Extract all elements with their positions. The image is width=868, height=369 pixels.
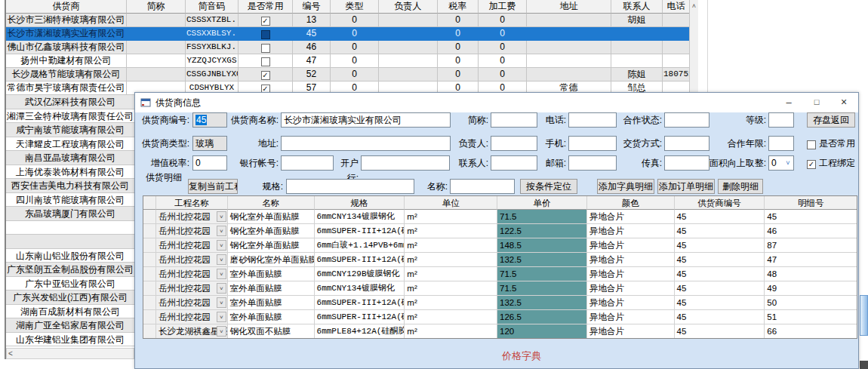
product-name-cell[interactable]: 室外单面贴膜 [228,281,315,296]
grade-field[interactable] [768,112,794,128]
unit-price-cell[interactable]: 132.5 [497,296,587,310]
is-common-checkbox[interactable] [261,17,270,26]
supplier-type-field[interactable]: 玻璃 [192,136,227,151]
is-common-checkbox[interactable] [261,57,270,66]
scroll-up-icon[interactable]: ˄ [690,2,698,11]
column-header-processing-fee[interactable]: 加工费 [479,0,527,14]
address-field[interactable] [281,136,451,151]
column-header-pinyin-code[interactable]: 简音码 [186,0,239,14]
add-dictionary-detail-button[interactable]: 添加字典明细 [597,179,654,194]
column-header-unit-price[interactable]: 单价 [497,196,587,210]
supplier-list-item[interactable]: 南昌亚晶玻璃有限公司 [6,151,134,165]
unit-price-cell[interactable]: 122.5 [497,224,587,238]
address-cell[interactable] [527,27,611,41]
supplier-name-cell[interactable]: 长沙晟格节能玻璃有限公司 [6,68,127,81]
detail-grid-row[interactable]: 岳州北控花园 室外单面贴膜 6mmCNY134镀膜钢化 m² 71.5 异地合片… [143,281,857,296]
select-dropdown-icon[interactable]: ˅ [783,157,793,169]
detail-id-cell[interactable]: 50 [765,296,857,310]
detail-id-cell[interactable]: 47 [765,253,857,267]
phone-cell[interactable]: 180751 [663,68,689,81]
spec-filter-field[interactable] [286,179,414,194]
project-combo-cell[interactable]: 岳州北控花园 [156,238,228,253]
minimize-button[interactable]: – [777,93,800,112]
supplier-list-item[interactable]: 东晶玻璃厦门有限公司 [6,207,134,221]
spec-cell[interactable]: 6mmCNY129B镀膜钢化 [315,267,405,281]
detail-id-cell[interactable]: 48 [765,267,857,281]
table-vertical-scrollbar[interactable]: ˄ [689,0,698,95]
id-cell[interactable]: 13 [293,14,331,27]
contact-field[interactable] [491,155,537,171]
unit-price-cell[interactable]: 71.5 [497,210,587,224]
detail-grid-row[interactable]: 岳州北控花园 室外单面贴膜 6mmCNY129B镀膜钢化 m² 71.5 异地合… [143,267,857,281]
supplier-list-item[interactable]: 西安佳吉美电力科技有限公司 [6,179,134,193]
round-up-select[interactable]: 0˅ [768,155,794,171]
unit-price-cell[interactable]: 126.5 [497,310,587,324]
delete-detail-button[interactable]: 删除明细 [718,179,763,194]
spec-cell[interactable]: 6mmCNY134镀膜钢化 [315,210,405,224]
project-combo-cell[interactable]: 岳州北控花园 [156,310,228,324]
spec-cell[interactable]: 6mmSUPER-III+12A(硅... [315,310,405,324]
short-name-cell[interactable] [127,27,186,41]
address-cell[interactable] [527,54,611,68]
supplier-table-row[interactable]: 扬州中勤建材有限公司 YZZQJCYXGS 47 0 0 0 [6,54,698,68]
phone-cell[interactable] [663,41,689,54]
tax-rate-cell[interactable]: 0 [438,27,479,41]
add-order-detail-button[interactable]: 添加订单明细 [657,179,715,194]
email-field[interactable] [568,155,617,171]
project-combo-cell[interactable]: 岳州北控花园 [156,281,228,296]
detail-grid-row[interactable]: 岳州北控花园 钢化室外单面贴膜 6mmCNY134镀膜钢化 m² 71.5 异地… [143,210,857,224]
tax-rate-cell[interactable]: 0 [438,41,479,54]
combo-dropdown-icon[interactable] [217,297,226,308]
save-return-button[interactable]: 存盘返回 [807,112,855,128]
combo-dropdown-icon[interactable] [217,226,226,236]
supplier-id-field[interactable]: 45 [192,112,227,128]
detail-grid-row[interactable]: 岳州北控花园 室外单面贴膜 6mmSUPER-III+12A(硅... m² 1… [143,296,857,310]
supplier-name-cell[interactable]: 扬州中勤建材有限公司 [6,54,127,68]
product-name-cell[interactable]: 室外单面贴膜 [228,267,315,281]
column-header-tax-rate[interactable]: 税率 [438,0,479,14]
row-indicator-cell[interactable] [143,238,156,253]
supplier-list-item[interactable]: 咸宁南玻节能玻璃有限公司 [6,123,134,137]
supplier-id-cell[interactable]: 45 [675,310,765,324]
column-header-manager[interactable]: 负责人 [379,0,438,14]
coop-status-field[interactable] [664,112,709,128]
combo-dropdown-icon[interactable] [217,326,226,337]
processing-fee-cell[interactable]: 0 [479,68,527,81]
is-common-checkbox-row[interactable]: 是否常用 [807,136,855,151]
supplier-list-item[interactable]: 武汉亿深科技有限公司 [6,95,134,109]
id-cell[interactable]: 52 [293,68,331,81]
supplier-id-cell[interactable]: 45 [675,224,765,238]
manager-field[interactable] [491,136,537,151]
spec-cell[interactable]: 6mmCNY134镀膜钢化 [315,281,405,296]
product-name-cell[interactable]: 室外单面贴膜 [228,296,315,310]
project-combo-cell[interactable]: 岳州北控花园 [156,224,228,238]
row-indicator-cell[interactable] [143,310,156,324]
maximize-button[interactable]: □ [805,93,828,112]
row-indicator-cell[interactable] [143,210,156,224]
column-header-spec[interactable]: 规格 [315,196,405,210]
is-common-dialog-checkbox[interactable] [807,140,816,149]
pinyin-code-cell[interactable]: CSSXXBLSY... [186,27,239,41]
unit-cell[interactable]: m² [405,281,497,296]
is-common-cell[interactable] [239,68,293,81]
is-common-cell[interactable] [239,14,293,27]
row-indicator-cell[interactable] [143,267,156,281]
color-cell[interactable]: 异地合片 [587,238,675,253]
locate-by-condition-button[interactable]: 按条件定位 [520,179,577,194]
supplier-name-cell[interactable]: 长沙市三湘特种玻璃有限公司 [6,14,127,27]
bank-field[interactable] [361,155,450,171]
supplier-table-row[interactable]: 佛山市亿鑫玻璃科技有限公司 FSSYXBLKJ... 46 0 0 0 [6,41,698,54]
column-header-phone[interactable]: 电话 [663,0,689,14]
combo-dropdown-icon[interactable] [217,211,226,222]
detail-id-cell[interactable]: 45 [765,210,857,224]
unit-cell[interactable]: m² [405,296,497,310]
project-combo-cell[interactable]: 岳州北控花园 [156,253,228,267]
project-combo-cell[interactable]: 长沙龙湖祺鑫星座 [156,324,228,339]
delivery-method-field[interactable] [664,136,709,151]
manager-cell[interactable] [379,68,438,81]
color-cell[interactable]: 异地合片 [587,210,675,224]
row-indicator-cell[interactable] [143,224,156,238]
product-name-cell[interactable]: 钢化室外单面贴膜 [228,238,315,253]
supplier-name-field[interactable]: 长沙市潇湘玻璃实业有限公司 [281,112,451,128]
unit-price-cell[interactable]: 148.5 [497,238,587,253]
